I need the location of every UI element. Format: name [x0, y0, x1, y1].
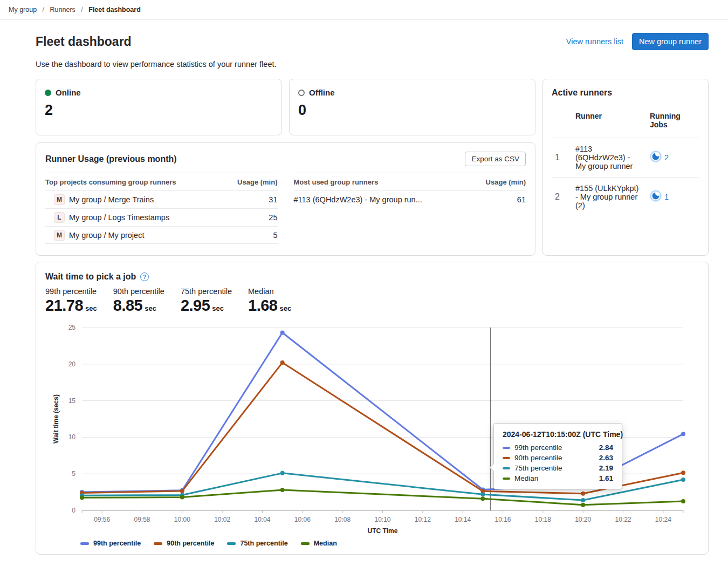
- svg-text:10:02: 10:02: [214, 516, 230, 523]
- svg-text:10:24: 10:24: [655, 516, 671, 523]
- svg-text:5: 5: [72, 470, 75, 478]
- tooltip-title: 2024-06-12T10:15:00Z (UTC Time): [503, 430, 613, 439]
- tooltip-row: 99th percentile 2.84: [503, 444, 613, 452]
- svg-text:10:14: 10:14: [455, 516, 471, 523]
- chart-tooltip: 2024-06-12T10:15:00Z (UTC Time) 99th per…: [493, 423, 622, 489]
- stat-label: 99th percentile: [45, 287, 97, 296]
- stat-label: 90th percentile: [113, 287, 164, 296]
- new-group-runner-button[interactable]: New group runner: [632, 33, 709, 50]
- running-jobs-count[interactable]: 2: [664, 153, 669, 162]
- active-runners-card: Active runners Runner Running Jobs 1 #11…: [542, 79, 709, 256]
- top-projects-table: Top projects consuming group runners Usa…: [45, 173, 278, 244]
- online-status-icon: [45, 90, 51, 96]
- svg-text:10:18: 10:18: [535, 516, 551, 523]
- legend-item-90th[interactable]: 90th percentile: [154, 540, 214, 547]
- series-swatch: [503, 447, 510, 449]
- row-index: 2: [552, 192, 575, 202]
- stat-99th: 99th percentile 21.78sec: [45, 287, 97, 318]
- stat-value: 2.95: [181, 297, 210, 314]
- tooltip-series-label: 99th percentile: [514, 444, 595, 452]
- column-header: Running Jobs: [642, 112, 699, 129]
- breadcrumb-runners[interactable]: Runners: [50, 6, 75, 13]
- stat-unit: sec: [212, 304, 224, 312]
- svg-text:10:20: 10:20: [575, 516, 591, 523]
- export-csv-button[interactable]: Export as CSV: [465, 152, 526, 166]
- tooltip-series-value: 2.84: [599, 444, 613, 452]
- svg-text:Wait time (secs): Wait time (secs): [52, 394, 60, 444]
- svg-text:09:56: 09:56: [94, 516, 110, 523]
- runner-name: #113 (6QHdzW2e3) - My group run...: [294, 195, 422, 204]
- series-swatch: [503, 478, 510, 480]
- tooltip-series-value: 1.61: [599, 474, 613, 482]
- tooltip-series-label: 90th percentile: [514, 454, 595, 462]
- column-header: Usage (min): [237, 178, 277, 186]
- svg-text:10:16: 10:16: [495, 516, 511, 523]
- stat-label: Median: [248, 287, 291, 296]
- breadcrumb-my-group[interactable]: My group: [9, 6, 37, 13]
- stat-unit: sec: [279, 304, 291, 312]
- breadcrumb-separator: /: [43, 6, 44, 13]
- usage-value: 31: [269, 195, 277, 204]
- tooltip-series-label: Median: [514, 474, 595, 482]
- page-description: Use the dashboard to view performance st…: [36, 60, 709, 69]
- svg-text:10: 10: [68, 433, 76, 441]
- series-swatch: [227, 542, 236, 545]
- table-row: M My group / Merge Trains 31: [45, 190, 278, 208]
- stat-unit: sec: [85, 304, 97, 312]
- project-avatar: M: [54, 194, 65, 205]
- tooltip-series-label: 75th percentile: [514, 464, 595, 472]
- legend-label: 90th percentile: [167, 540, 214, 547]
- column-header: Usage (min): [486, 178, 526, 186]
- offline-count: 0: [298, 102, 526, 119]
- online-label: Online: [56, 88, 81, 97]
- stat-90th: 90th percentile 8.85sec: [113, 287, 164, 318]
- svg-text:15: 15: [68, 397, 76, 405]
- tooltip-series-value: 2.63: [599, 454, 613, 462]
- legend-item-median[interactable]: Median: [301, 540, 337, 547]
- running-status-icon: [650, 151, 662, 165]
- column-header: Top projects consuming group runners: [45, 178, 176, 186]
- wait-time-title: Wait time to pick a job: [45, 272, 136, 282]
- stat-value: 1.68: [248, 297, 277, 314]
- table-row: M My group / My project 5: [45, 226, 278, 244]
- series-swatch: [301, 542, 310, 545]
- svg-text:09:58: 09:58: [134, 516, 150, 523]
- stat-value: 21.78: [45, 297, 83, 314]
- stat-75th: 75th percentile 2.95sec: [181, 287, 232, 318]
- legend-item-99th[interactable]: 99th percentile: [80, 540, 141, 547]
- running-jobs-badge[interactable]: 2: [642, 151, 699, 165]
- running-jobs-badge[interactable]: 1: [642, 190, 699, 204]
- online-card: Online 2: [36, 79, 282, 135]
- breadcrumb-separator: /: [81, 6, 83, 13]
- tooltip-series-value: 2.19: [599, 464, 613, 472]
- svg-text:0: 0: [72, 507, 75, 514]
- runner-usage-title: Runner Usage (previous month): [45, 154, 177, 164]
- series-swatch: [80, 542, 89, 545]
- column-header: Runner: [575, 112, 642, 120]
- breadcrumb-current: Fleet dashboard: [88, 6, 141, 13]
- stat-label: 75th percentile: [181, 287, 232, 296]
- row-index: 1: [552, 153, 575, 162]
- series-swatch: [154, 542, 162, 545]
- legend-label: Median: [314, 540, 337, 547]
- legend-item-75th[interactable]: 75th percentile: [227, 540, 287, 547]
- offline-card: Offline 0: [289, 79, 535, 135]
- svg-text:10:10: 10:10: [374, 516, 390, 523]
- tooltip-row: Median 1.61: [503, 474, 613, 482]
- online-count: 2: [45, 102, 273, 119]
- help-icon[interactable]: ?: [140, 272, 149, 281]
- usage-value: 5: [273, 231, 277, 240]
- offline-status-icon: [298, 90, 305, 96]
- running-jobs-count[interactable]: 1: [664, 193, 669, 201]
- page-title: Fleet dashboard: [36, 35, 132, 49]
- table-row: #113 (6QHdzW2e3) - My group run... 61: [294, 190, 526, 208]
- project-avatar: L: [54, 212, 65, 223]
- view-runners-list-link[interactable]: View runners list: [566, 37, 623, 46]
- tooltip-row: 90th percentile 2.63: [503, 454, 613, 462]
- stat-value: 8.85: [113, 297, 142, 314]
- offline-label: Offline: [309, 88, 335, 97]
- tooltip-row: 75th percentile 2.19: [503, 464, 613, 472]
- usage-value: 61: [517, 195, 526, 204]
- svg-text:10:08: 10:08: [334, 516, 351, 523]
- project-name: My group / Merge Trains: [69, 195, 154, 204]
